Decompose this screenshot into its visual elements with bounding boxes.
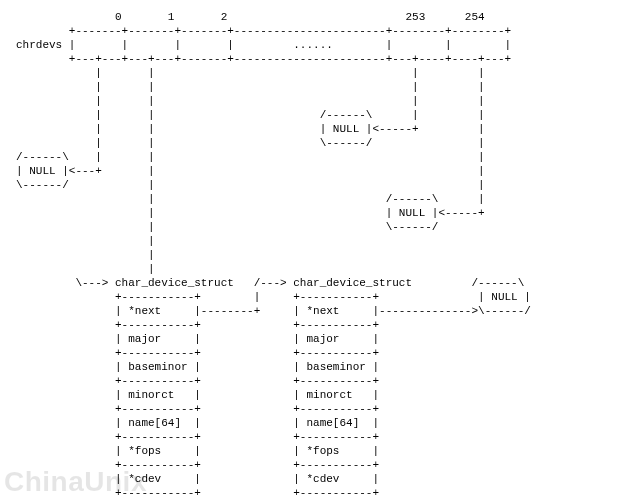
ascii-diagram: 0 1 2 253 254 +-------+-------+-------+-… <box>0 0 640 500</box>
